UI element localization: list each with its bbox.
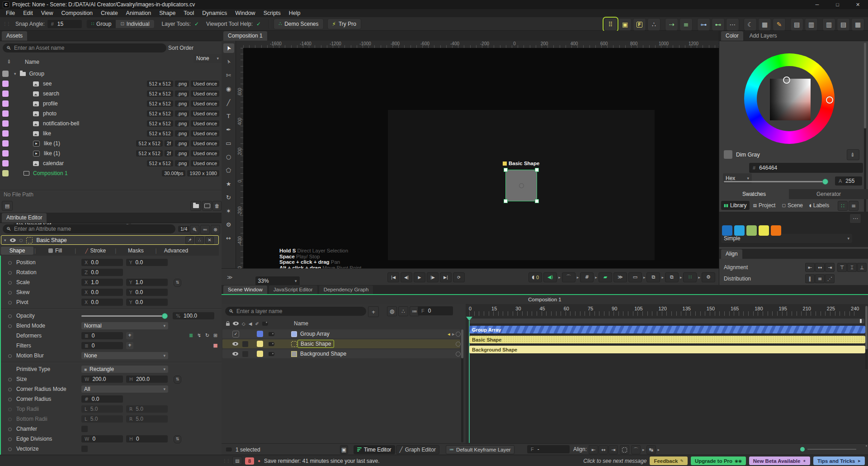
layer-row-group-array[interactable]: ✓Group Array◂▸ bbox=[222, 329, 460, 338]
collapse-chevron-icon[interactable]: ▾ bbox=[4, 238, 6, 243]
attr-field[interactable]: Z0.0 bbox=[81, 269, 123, 276]
individual-mode-button[interactable]: ⊡ Individual bbox=[116, 20, 154, 28]
zoom-level-dropdown[interactable]: 33%▾ bbox=[255, 276, 300, 285]
align-top-button[interactable]: ⊤ bbox=[837, 263, 847, 272]
attr-tab-masks[interactable]: Masks bbox=[117, 247, 154, 255]
attr-field[interactable]: W200.0 bbox=[81, 376, 123, 383]
next-message-link[interactable]: Click to see next message bbox=[583, 458, 646, 464]
trash-button[interactable]: 🗑︎ bbox=[212, 201, 222, 211]
status-button-feedback[interactable]: Feedback✎ bbox=[650, 456, 688, 465]
rotate-tool[interactable]: ↻ bbox=[223, 193, 234, 202]
alpha-slider[interactable] bbox=[724, 181, 825, 182]
asset-row-search[interactable]: search512 x 512.pngUsed once bbox=[0, 89, 222, 99]
sparkle-tool[interactable]: ✶ bbox=[223, 206, 234, 216]
attr-dropdown[interactable]: None▾ bbox=[81, 352, 168, 359]
color-swatch[interactable] bbox=[759, 225, 769, 236]
key-align-center-button[interactable]: ↔ bbox=[599, 445, 608, 454]
distribute-h-button[interactable]: ∥ bbox=[805, 274, 815, 283]
go-to-end-button[interactable]: ▶| bbox=[440, 272, 452, 282]
swatch-grid-view-button[interactable]: ∷ bbox=[838, 201, 848, 211]
keyframe-bullet[interactable] bbox=[8, 271, 12, 275]
tag-icon[interactable] bbox=[269, 342, 274, 346]
asset-row-see[interactable]: see512 x 512.pngUsed once bbox=[0, 79, 222, 89]
opacity-slider-handle[interactable] bbox=[162, 313, 168, 319]
horizontal-ruler[interactable]: -1600-1400-1200-1000-800-600-400-2000200… bbox=[236, 41, 719, 48]
layer-target-ring[interactable] bbox=[456, 342, 461, 347]
minimize-button[interactable]: ─ bbox=[807, 0, 827, 9]
keyframe-bullet[interactable] bbox=[8, 447, 12, 451]
snap-angle-field[interactable]: # 15 bbox=[47, 20, 82, 28]
eyedropper-icon[interactable]: ✐ bbox=[6, 58, 13, 66]
attr-field[interactable]: L5.0 bbox=[81, 405, 123, 413]
search-select-button[interactable]: 🔍︎ bbox=[190, 225, 199, 234]
menu-file[interactable]: File bbox=[2, 9, 19, 17]
menu-create[interactable]: Create bbox=[97, 9, 122, 17]
grid-button-caret[interactable]: ▸ bbox=[595, 275, 597, 280]
trail-arrow-icon[interactable]: ⇢ bbox=[665, 18, 678, 31]
opacity-slider[interactable] bbox=[81, 315, 165, 317]
key-frame-region-button[interactable] bbox=[620, 445, 629, 454]
viewport-canvas[interactable]: Basic Shape Hold S Direct Layer Selectio… bbox=[243, 48, 719, 268]
bounds-button-caret[interactable]: ▸ bbox=[643, 275, 646, 280]
pen-tool[interactable]: ✒ bbox=[223, 125, 234, 134]
rows-icon[interactable]: ▤ bbox=[837, 18, 850, 31]
layer-name[interactable]: Group Array bbox=[300, 331, 330, 337]
asset-row-like-1[interactable]: ▶like (1)512 x 5122f.pngUsed once bbox=[0, 148, 222, 158]
alpha-slider-handle[interactable] bbox=[822, 179, 828, 185]
color-eyedropper-button[interactable]: ✐ bbox=[847, 149, 859, 160]
filter-color-icon[interactable]: ■ bbox=[212, 342, 219, 349]
playhead[interactable] bbox=[466, 317, 472, 321]
attr-checkbox[interactable] bbox=[81, 446, 88, 452]
layer-name[interactable]: Background Shape bbox=[300, 351, 346, 357]
solo-filter-button[interactable]: ◍ bbox=[387, 306, 397, 316]
align-right-button[interactable]: ⇥ bbox=[825, 263, 835, 272]
layer-enabled-checkbox[interactable]: ✓ bbox=[232, 331, 239, 338]
more-behaviours-icon[interactable]: ⋯ bbox=[726, 18, 739, 31]
text-tool[interactable]: T bbox=[223, 111, 234, 121]
swatch-list-view-button[interactable]: ≡ bbox=[849, 201, 859, 211]
add-button[interactable]: + bbox=[126, 332, 133, 339]
scatter-icon[interactable]: ∴ bbox=[647, 18, 660, 31]
attr-field[interactable]: X1.0 bbox=[81, 279, 123, 286]
link-values-button[interactable]: ⇅ bbox=[174, 435, 181, 443]
attr-checkbox[interactable] bbox=[81, 426, 88, 432]
color-swatch[interactable] bbox=[734, 225, 745, 236]
snap-button-caret[interactable]: ▸ bbox=[577, 275, 579, 280]
keyframe-bullet[interactable] bbox=[8, 418, 12, 421]
timeline-bar-background-shape[interactable]: Background Shape bbox=[469, 346, 865, 353]
layer-visibility-eye-icon[interactable] bbox=[232, 342, 238, 346]
hex-input[interactable]: # 646464 bbox=[749, 163, 863, 173]
color-scrollbar[interactable] bbox=[864, 43, 866, 233]
menu-tool[interactable]: Tool bbox=[179, 9, 198, 17]
keyframe-bullet[interactable] bbox=[8, 281, 12, 285]
layer-row-background-shape[interactable]: Background Shape bbox=[222, 349, 460, 358]
menu-animation[interactable]: Animation bbox=[122, 9, 156, 17]
asset-row-like[interactable]: like512 x 512.pngUsed once bbox=[0, 128, 222, 138]
layer-search-input[interactable]: 🔍︎ Enter a layer name bbox=[225, 307, 366, 316]
attr-field[interactable]: L5.0 bbox=[81, 415, 123, 423]
viewport-tool-help-check-icon[interactable]: ✓ bbox=[256, 21, 261, 27]
layer-color-swatch[interactable] bbox=[257, 331, 263, 337]
work-area-bar[interactable] bbox=[469, 319, 864, 323]
source-library[interactable]: ▮▮Library bbox=[721, 201, 750, 210]
star-tool[interactable]: ★ bbox=[223, 179, 234, 189]
keyframe-bullet[interactable] bbox=[8, 291, 12, 295]
hue-selector[interactable] bbox=[826, 96, 833, 104]
attr-dropdown[interactable]: All▾ bbox=[81, 385, 168, 393]
tag-icon[interactable] bbox=[269, 352, 274, 356]
duplicate-view-button[interactable]: ⧉ bbox=[665, 272, 679, 282]
audio-button[interactable]: ◀) bbox=[543, 272, 557, 282]
layer-toggle-placeholder[interactable] bbox=[242, 341, 248, 347]
key-distribute-button[interactable]: ↹ bbox=[646, 445, 656, 454]
keyframe-bullet[interactable] bbox=[8, 408, 12, 411]
graph-editor-button[interactable]: ╱ Graph Editor bbox=[396, 445, 439, 454]
next-keyframe-icon[interactable]: ▸ bbox=[452, 331, 455, 337]
attr-field[interactable]: R5.0 bbox=[126, 405, 168, 413]
resize-handle-tr[interactable] bbox=[535, 168, 539, 172]
direct-select-tool[interactable]: ➢ bbox=[223, 57, 234, 67]
keyframe-bullet[interactable] bbox=[8, 428, 12, 431]
close-attribute-button[interactable]: ✕ bbox=[205, 236, 214, 244]
tab-javascript-editor[interactable]: JavaScript Editor bbox=[269, 285, 317, 294]
align-text-left-icon[interactable]: ▤ bbox=[790, 18, 803, 31]
demo-scenes-button[interactable]: ∴ Demo Scenes bbox=[274, 19, 323, 29]
